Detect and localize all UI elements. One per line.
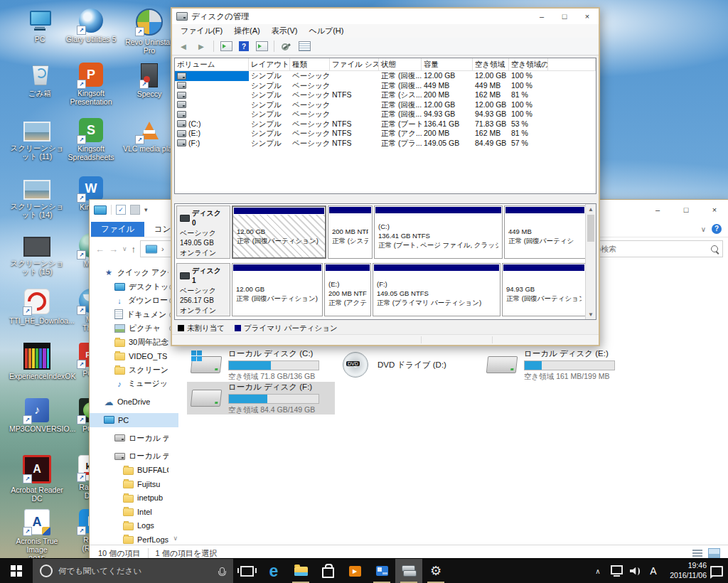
sidebar-scroll-down-icon[interactable]: ∨ xyxy=(173,535,178,542)
console-tree-toolbar-button[interactable] xyxy=(219,40,233,53)
volume-row-6[interactable]: (E:)シンプルベーシックNTFS正常 (アク...200 MB162 MB81… xyxy=(175,129,596,139)
partition-1-0[interactable]: 12.00 GB正常 (回復パーティション) xyxy=(232,263,323,316)
back-icon[interactable]: ← xyxy=(95,244,105,255)
disk-management-taskbar-button[interactable] xyxy=(395,559,422,583)
menu-item-3[interactable]: ヘルプ(H) xyxy=(303,24,349,38)
sidebar-item-5[interactable]: 30周年記念盤 ス xyxy=(90,336,178,350)
maximize-button[interactable]: □ xyxy=(672,200,700,220)
store-taskbar-button[interactable] xyxy=(314,559,341,583)
recycle-bin-desktop-icon[interactable]: ごみ箱 xyxy=(12,63,68,97)
drive-tile-2[interactable]: ローカル ディスク (E:)空き領域 161 MB/199 MB xyxy=(483,348,631,381)
sidebar-item-7[interactable]: スクリーンショット xyxy=(90,363,178,378)
file-explorer-taskbar-button[interactable] xyxy=(287,559,314,583)
partition-1-1[interactable]: (E:)200 MB NTFS正常 (アクティ xyxy=(324,263,371,316)
scrollbar-thumb[interactable] xyxy=(587,215,594,242)
partition-1-3[interactable]: 94.93 GB正常 (回復パーティション) xyxy=(502,263,586,316)
edge-taskbar-button[interactable]: e xyxy=(260,559,287,583)
network-tray-icon[interactable] xyxy=(607,559,626,583)
up-icon[interactable]: ↑ xyxy=(132,244,136,255)
recent-locations-icon[interactable]: ∨ xyxy=(122,245,127,252)
menu-item-0[interactable]: ファイル(F) xyxy=(175,24,228,38)
disk-label-panel[interactable]: ディスク 0ベーシック149.05 GBオンライン xyxy=(176,205,230,259)
sidebar-item-4[interactable]: ピクチャ xyxy=(90,321,178,336)
screenshot-14-desktop-icon[interactable]: スクリーンショット (14) xyxy=(9,176,65,220)
sidebar-item-8[interactable]: ♪ミュージック xyxy=(90,377,178,391)
back-toolbar-button[interactable]: ◄ xyxy=(176,40,191,53)
tti-he-download-desktop-icon[interactable]: ↗TTI_HE_Downloa... xyxy=(9,289,65,325)
sidebar-item-13[interactable]: BUFFALO xyxy=(90,464,178,478)
search-input[interactable]: の検索 xyxy=(588,240,723,257)
close-button[interactable]: × xyxy=(576,12,599,21)
partition-1-2[interactable]: (F:)149.05 GB NTFS正常 (プライマリ パーティション) xyxy=(373,263,500,316)
mp3conversion-desktop-icon[interactable]: ♪↗MP3CONVERSIO... xyxy=(9,398,65,433)
sidebar-item-18[interactable]: PerfLogs xyxy=(90,533,178,545)
scroll-down-icon[interactable]: ▼ xyxy=(586,309,596,319)
new-folder-icon[interactable] xyxy=(130,205,140,215)
graph-scrollbar[interactable]: ▲ ▼ xyxy=(585,204,596,319)
task-view-taskbar-button[interactable] xyxy=(233,559,260,583)
forward-icon[interactable]: → xyxy=(109,244,118,255)
sidebar-item-15[interactable]: inetpub xyxy=(90,491,178,506)
cortana-search-box[interactable]: 何でも聞いてください xyxy=(33,559,233,583)
partition-0-3[interactable]: 449 MB正常 (回復パーティシ xyxy=(504,205,586,259)
ime-indicator[interactable]: A xyxy=(644,559,663,583)
volume-row-2[interactable]: シンプルベーシックNTFS正常 (シス...200 MB162 MB81 % xyxy=(175,90,596,100)
sidebar-item-6[interactable]: VIDEO_TS xyxy=(90,349,178,363)
column-header-3[interactable]: ファイル システム xyxy=(330,58,379,71)
drive-tile-3[interactable]: ローカル ディスク (F:)空き領域 84.4 GB/149 GB xyxy=(187,382,335,414)
kingsoft-spreadsheets-desktop-icon[interactable]: S↗Kingsoft Spreadsheets xyxy=(63,118,119,162)
column-header-0[interactable]: ボリューム xyxy=(175,58,249,71)
experienceindexok-desktop-icon[interactable]: ExperienceIndexOK xyxy=(9,343,65,380)
kingsoft-presentation-desktop-icon[interactable]: P↗Kingsoft Presentation xyxy=(63,63,119,107)
sidebar-item-10[interactable]: PC xyxy=(90,413,178,427)
splitter[interactable] xyxy=(172,196,599,203)
menu-item-2[interactable]: 表示(V) xyxy=(266,24,304,38)
minimize-button[interactable]: – xyxy=(643,200,672,220)
tab-file[interactable]: ファイル xyxy=(91,222,144,237)
properties-toolbar-button[interactable] xyxy=(297,40,311,53)
minimize-button[interactable]: – xyxy=(530,12,553,21)
glary-utilities-desktop-icon[interactable]: ↗Glary Utilities 5 xyxy=(63,9,119,43)
volume-row-7[interactable]: (F:)シンプルベーシックNTFS正常 (プラ...149.05 GB84.49… xyxy=(175,139,596,149)
partition-0-0[interactable]: 12.00 GB正常 (回復パーティション) xyxy=(232,205,326,259)
vlc-media-player-desktop-icon[interactable]: ↗VLC media play xyxy=(122,118,177,153)
forward-toolbar-button[interactable]: ► xyxy=(194,40,208,53)
volume-row-5[interactable]: (C:)シンプルベーシックNTFS正常 (ブート...136.41 GB71.8… xyxy=(175,119,596,129)
sidebar-item-3[interactable]: ドキュメント xyxy=(90,308,178,322)
system-app-taskbar-button[interactable] xyxy=(368,559,395,583)
partition-0-2[interactable]: (C:)136.41 GB NTFS正常 (ブート, ページ ファイル, クラッ… xyxy=(374,205,503,259)
partition-0-1[interactable]: 200 MB NTFS正常 (システム, ア xyxy=(328,205,373,259)
column-header-6[interactable]: 空き領域 xyxy=(473,58,509,71)
details-view-icon[interactable] xyxy=(692,550,702,557)
volume-row-4[interactable]: シンプルベーシック正常 (回復...94.93 GB94.93 GB100 % xyxy=(175,109,596,119)
drive-tile-1[interactable]: DVD ドライブ (D:) xyxy=(336,348,484,381)
column-header-5[interactable]: 容量 xyxy=(422,58,473,71)
start-button[interactable] xyxy=(0,559,33,583)
close-button[interactable]: × xyxy=(700,200,728,220)
sidebar-item-17[interactable]: Logs xyxy=(90,519,178,533)
sidebar-item-1[interactable]: デスクトップ xyxy=(90,280,178,294)
volume-row-1[interactable]: シンプルベーシック正常 (回復...449 MB449 MB100 % xyxy=(175,81,596,91)
sidebar-item-11[interactable]: ローカル ディスク (E:) xyxy=(90,432,178,446)
screenshot-11-desktop-icon[interactable]: スクリーンショット (11) xyxy=(9,118,65,161)
menu-item-1[interactable]: 操作(A) xyxy=(228,24,266,38)
movies-tv-taskbar-button[interactable]: ▶ xyxy=(341,559,368,583)
thumbnail-view-icon[interactable] xyxy=(708,548,720,558)
screenshot-15-desktop-icon[interactable]: スクリーンショット (15) xyxy=(9,233,65,277)
volume-row-0[interactable]: シンプルベーシック正常 (回復...12.00 GB12.00 GB100 % xyxy=(175,71,596,81)
customize-toolbar-icon[interactable]: ▾ xyxy=(144,206,148,213)
disk-label-panel[interactable]: ディスク 1ベーシック256.17 GBオンライン xyxy=(176,263,230,316)
volume-row-3[interactable]: シンプルベーシック正常 (回復...12.00 GB12.00 GB100 % xyxy=(175,100,596,110)
search-icon[interactable] xyxy=(711,245,718,252)
settings-taskbar-button[interactable]: ⚙ xyxy=(422,559,449,583)
sidebar-item-0[interactable]: ★クイック アクセス xyxy=(90,266,178,280)
column-header-2[interactable]: 種類 xyxy=(290,58,330,71)
acrobat-reader-dc-desktop-icon[interactable]: A↗Acrobat Reader DC xyxy=(9,455,65,503)
column-header-4[interactable]: 状態 xyxy=(379,58,422,71)
clock[interactable]: 19:46 2016/11/06 xyxy=(663,561,710,580)
column-header-7[interactable]: 空き領域の割... xyxy=(509,58,548,71)
drive-tile-0[interactable]: ローカル ディスク (C:)空き領域 71.8 GB/136 GB xyxy=(187,348,335,381)
sidebar-item-9[interactable]: ☁OneDrive xyxy=(90,395,178,410)
acronis-true-image-desktop-icon[interactable]: A↗Acronis True Image 2015 xyxy=(9,509,65,563)
column-header-1[interactable]: レイアウト xyxy=(249,58,290,71)
